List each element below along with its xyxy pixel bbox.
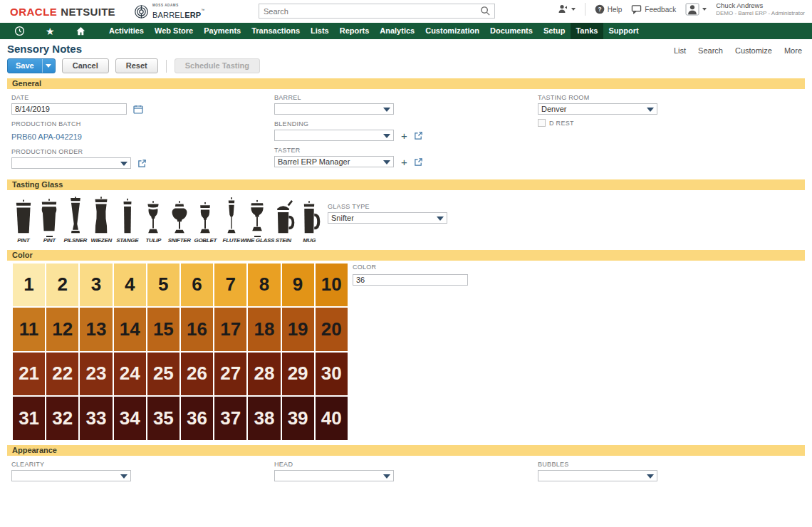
color-cell-7[interactable]: 7 bbox=[214, 264, 246, 307]
nav-item-analytics[interactable]: Analytics bbox=[375, 23, 420, 39]
tasting-room-select[interactable]: Denver bbox=[538, 103, 657, 115]
color-input[interactable] bbox=[353, 274, 468, 286]
color-cell-3[interactable]: 3 bbox=[80, 264, 112, 307]
bubbles-select[interactable] bbox=[538, 470, 657, 481]
color-cell-39[interactable]: 39 bbox=[282, 397, 314, 440]
color-cell-8[interactable]: 8 bbox=[248, 264, 280, 307]
glass-option-flute[interactable]: FLUTE bbox=[219, 196, 244, 244]
color-cell-25[interactable]: 25 bbox=[147, 353, 179, 396]
save-button[interactable]: Save bbox=[7, 58, 56, 73]
recent-records-icon[interactable] bbox=[14, 26, 25, 36]
open-record-icon[interactable] bbox=[414, 131, 423, 140]
roles-menu[interactable] bbox=[557, 4, 576, 15]
production-batch-link[interactable]: PRB60 APA-042219 bbox=[11, 132, 82, 141]
color-cell-4[interactable]: 4 bbox=[114, 264, 146, 307]
nav-item-tanks[interactable]: Tanks bbox=[571, 23, 603, 39]
nav-item-payments[interactable]: Payments bbox=[199, 23, 246, 39]
color-cell-22[interactable]: 22 bbox=[46, 353, 78, 396]
color-cell-33[interactable]: 33 bbox=[80, 397, 112, 440]
add-blending-icon[interactable]: + bbox=[401, 130, 407, 141]
color-cell-5[interactable]: 5 bbox=[147, 264, 179, 307]
page-link-more[interactable]: More bbox=[784, 46, 802, 55]
glass-option-goblet[interactable]: GOBLET bbox=[194, 196, 218, 244]
color-cell-29[interactable]: 29 bbox=[282, 353, 314, 396]
color-cell-31[interactable]: 31 bbox=[13, 397, 45, 440]
page-link-list[interactable]: List bbox=[674, 46, 686, 55]
save-dropdown-caret[interactable] bbox=[42, 59, 55, 73]
search-icon[interactable] bbox=[480, 6, 491, 16]
user-menu[interactable] bbox=[685, 3, 707, 16]
nav-item-lists[interactable]: Lists bbox=[306, 23, 335, 39]
glass-option-pilsner[interactable]: PILSNER bbox=[63, 196, 88, 244]
glass-option-wine[interactable]: WINE GLASS bbox=[246, 194, 270, 244]
color-cell-37[interactable]: 37 bbox=[214, 397, 246, 440]
color-cell-21[interactable]: 21 bbox=[13, 353, 45, 396]
color-cell-18[interactable]: 18 bbox=[248, 308, 280, 351]
color-cell-38[interactable]: 38 bbox=[248, 397, 280, 440]
glass-option-stein[interactable]: STEIN bbox=[271, 196, 296, 244]
color-cell-11[interactable]: 11 bbox=[13, 308, 45, 351]
color-cell-12[interactable]: 12 bbox=[46, 308, 78, 351]
glass-type-select[interactable]: Snifter bbox=[328, 212, 447, 224]
cancel-button[interactable]: Cancel bbox=[62, 58, 109, 73]
color-cell-6[interactable]: 6 bbox=[181, 264, 213, 307]
head-select[interactable] bbox=[274, 470, 394, 481]
page-link-customize[interactable]: Customize bbox=[735, 46, 772, 55]
nav-item-customization[interactable]: Customization bbox=[420, 23, 485, 39]
color-cell-16[interactable]: 16 bbox=[181, 308, 213, 351]
nav-item-setup[interactable]: Setup bbox=[538, 23, 571, 39]
color-cell-30[interactable]: 30 bbox=[316, 353, 348, 396]
glass-option-tulip[interactable]: TULIP bbox=[142, 196, 166, 244]
color-cell-17[interactable]: 17 bbox=[214, 308, 246, 351]
feedback-menu[interactable]: Feedback bbox=[631, 4, 676, 14]
taster-select[interactable]: Barrel ERP Manager bbox=[274, 156, 394, 167]
shortcuts-star-icon[interactable]: ★ bbox=[46, 26, 55, 37]
color-cell-40[interactable]: 40 bbox=[316, 397, 348, 440]
glass-option-stange[interactable]: STANGE bbox=[115, 196, 140, 244]
clearity-select[interactable] bbox=[11, 470, 131, 481]
glass-option-mug[interactable]: MUG bbox=[298, 196, 322, 244]
open-record-icon[interactable] bbox=[137, 159, 147, 168]
color-cell-23[interactable]: 23 bbox=[80, 353, 112, 396]
glass-option-snifter[interactable]: SNIFTER bbox=[167, 196, 192, 244]
add-taster-icon[interactable]: + bbox=[401, 157, 407, 167]
color-cell-27[interactable]: 27 bbox=[214, 353, 246, 396]
blending-select[interactable] bbox=[274, 130, 394, 141]
date-input[interactable] bbox=[11, 103, 127, 115]
calendar-icon[interactable] bbox=[133, 105, 143, 114]
color-cell-32[interactable]: 32 bbox=[46, 397, 78, 440]
nav-item-web-store[interactable]: Web Store bbox=[149, 23, 198, 39]
page-link-search[interactable]: Search bbox=[698, 46, 723, 55]
search-input[interactable] bbox=[259, 7, 480, 16]
color-cell-2[interactable]: 2 bbox=[46, 264, 78, 307]
color-cell-9[interactable]: 9 bbox=[282, 264, 314, 307]
help-menu[interactable]: ? Help bbox=[595, 4, 623, 14]
nav-item-documents[interactable]: Documents bbox=[484, 23, 538, 39]
color-cell-26[interactable]: 26 bbox=[181, 353, 213, 396]
color-cell-13[interactable]: 13 bbox=[80, 308, 112, 351]
nav-item-transactions[interactable]: Transactions bbox=[246, 23, 306, 39]
color-cell-35[interactable]: 35 bbox=[147, 397, 179, 440]
color-cell-36[interactable]: 36 bbox=[181, 397, 213, 440]
color-cell-19[interactable]: 19 bbox=[282, 308, 314, 351]
reset-button[interactable]: Reset bbox=[115, 58, 158, 73]
color-cell-28[interactable]: 28 bbox=[248, 353, 280, 396]
glass-option-pint2[interactable]: PINT bbox=[38, 194, 62, 244]
color-cell-10[interactable]: 10 bbox=[316, 264, 348, 307]
nav-item-reports[interactable]: Reports bbox=[334, 23, 375, 39]
d-rest-checkbox[interactable] bbox=[538, 119, 546, 127]
home-icon[interactable] bbox=[76, 26, 86, 36]
color-cell-24[interactable]: 24 bbox=[114, 353, 146, 396]
color-cell-1[interactable]: 1 bbox=[13, 264, 45, 307]
open-record-icon[interactable] bbox=[414, 157, 423, 167]
barrel-select[interactable] bbox=[274, 103, 394, 115]
nav-item-activities[interactable]: Activities bbox=[104, 23, 150, 39]
production-order-select[interactable] bbox=[11, 157, 131, 169]
color-cell-20[interactable]: 20 bbox=[316, 308, 348, 351]
glass-option-pint[interactable]: PINT bbox=[11, 196, 36, 244]
glass-option-wiezen[interactable]: WIEZEN bbox=[90, 196, 114, 244]
color-cell-15[interactable]: 15 bbox=[147, 308, 179, 351]
color-cell-34[interactable]: 34 bbox=[114, 397, 146, 440]
color-cell-14[interactable]: 14 bbox=[114, 308, 146, 351]
nav-item-support[interactable]: Support bbox=[603, 23, 644, 39]
